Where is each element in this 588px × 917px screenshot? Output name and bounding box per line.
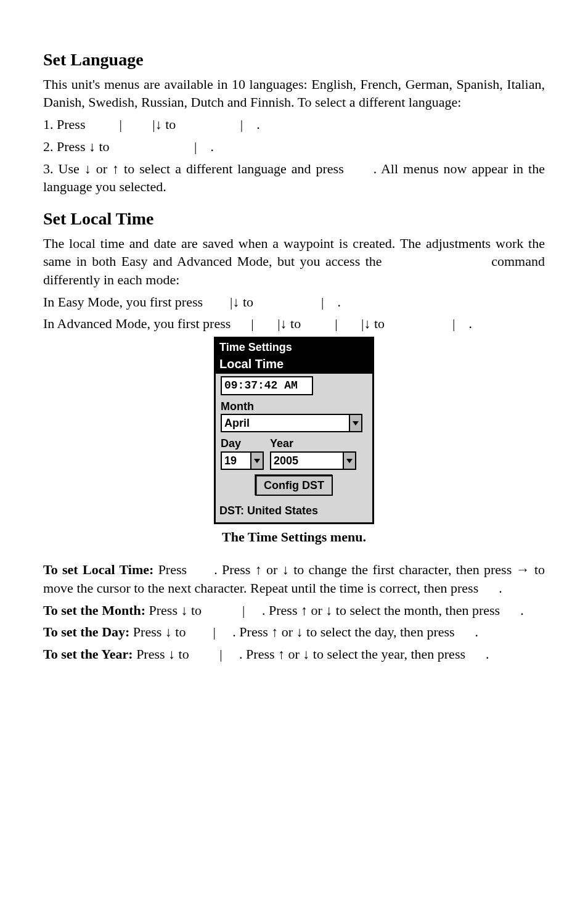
device-section: Local Time [216,356,372,374]
lang-step-2: 2. Press ↓ to | . [43,138,545,156]
month-label: Month [221,399,367,414]
set-local-time-para: To set Local Time: Press . Press ↑ or ↓ … [43,561,545,597]
day-value: 19 [222,453,250,469]
dropdown-arrow-icon[interactable] [349,415,361,431]
year-value: 2005 [271,453,343,469]
set-local-time-bold: To set Local Time: [43,562,153,577]
svg-marker-0 [353,421,359,426]
lang-step-1: 1. Press | |↓ to | . [43,115,545,134]
set-month-para: To set the Month: Press ↓ to | . Press ↑… [43,601,545,620]
lang-step-3: 3. Use ↓ or ↑ to select a different lang… [43,160,545,196]
set-day-para: To set the Day: Press ↓ to | . Press ↑ o… [43,623,545,641]
svg-marker-1 [254,459,260,463]
year-select[interactable]: 2005 [270,451,356,470]
heading-set-language: Set Language [43,48,545,72]
local-time-field[interactable]: 09:37:42 AM [221,376,313,395]
set-day-text: Press ↓ to | . Press ↑ or ↓ to select th… [129,624,478,639]
figure-caption: The Time Settings menu. [43,528,545,546]
easy-mode-line: In Easy Mode, you first press |↓ to | . [43,293,545,311]
svg-marker-2 [346,459,353,463]
set-month-text: Press ↓ to | . Press ↑ or ↓ to select th… [145,602,524,618]
day-label: Day [221,436,264,451]
time-settings-screenshot: Time Settings Local Time 09:37:42 AM Mon… [214,337,374,524]
set-year-para: To set the Year: Press ↓ to | . Press ↑ … [43,645,545,664]
month-value: April [222,415,349,431]
dropdown-arrow-icon[interactable] [250,453,263,469]
device-title: Time Settings [216,339,372,356]
set-year-bold: To set the Year: [43,646,133,662]
lang-intro: This unit's menus are available in 10 la… [43,75,545,112]
time-intro: The local time and date are saved when a… [43,234,545,289]
set-day-bold: To set the Day: [43,624,129,639]
config-dst-button[interactable]: Config DST [255,475,333,496]
set-month-bold: To set the Month: [43,602,145,618]
month-select[interactable]: April [221,414,362,432]
heading-set-local-time: Set Local Time [43,207,545,231]
year-label: Year [270,436,356,451]
day-select[interactable]: 19 [221,451,264,470]
set-year-text: Press ↓ to | . Press ↑ or ↓ to select th… [133,646,489,662]
advanced-mode-line: In Advanced Mode, you first press | |↓ t… [43,315,545,333]
dst-status: DST: United States [216,501,372,522]
dropdown-arrow-icon[interactable] [343,453,355,469]
